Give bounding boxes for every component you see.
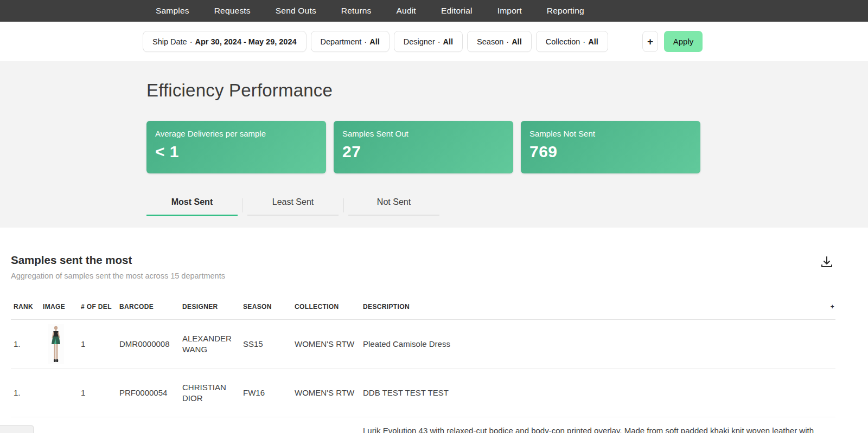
filter-actions: + Apply — [642, 31, 703, 52]
cell-barcode: DMR0000008 — [117, 339, 180, 350]
nav-item-reporting[interactable]: Reporting — [547, 6, 584, 16]
table-header-row: RANK IMAGE # OF DEL BARCODE DESIGNER SEA… — [11, 294, 835, 320]
stat-card-label: Average Deliveries per sample — [155, 129, 317, 138]
cell-designer: ALEXANDER WANG — [180, 333, 240, 355]
top-nav-links: Samples Requests Send Outs Returns Audit… — [156, 6, 584, 16]
stat-card-avg-deliveries: Average Deliveries per sample < 1 — [146, 121, 326, 173]
stat-card-samples-not-sent: Samples Not Sent 769 — [521, 121, 700, 173]
samples-table: RANK IMAGE # OF DEL BARCODE DESIGNER SEA… — [11, 294, 835, 433]
filter-chip-value: All — [443, 37, 454, 46]
cell-collection: WOMEN'S RTW — [292, 339, 360, 350]
filter-chip-label: Designer — [404, 37, 435, 46]
filter-chip-separator: · — [506, 37, 509, 46]
col-header-image: IMAGE — [40, 301, 78, 312]
cell-designer: CHRISTIAN DIOR — [180, 382, 240, 404]
add-column-button[interactable]: + — [814, 301, 835, 312]
stat-card-label: Samples Not Sent — [529, 129, 692, 138]
efficiency-performance-panel: Efficiency Performance Average Deliverie… — [0, 61, 868, 228]
sent-tabs: Most Sent Least Sent Not Sent — [146, 197, 868, 216]
filter-chip-collection[interactable]: Collection · All — [536, 31, 608, 52]
stat-card-value: 27 — [342, 143, 505, 161]
filter-chip-value: All — [512, 37, 522, 46]
stat-card-value: 769 — [529, 143, 692, 161]
cell-rank: 1. — [11, 387, 40, 398]
filter-chip-label: Ship Date — [152, 37, 187, 46]
stat-card-samples-sent-out: Samples Sent Out 27 — [334, 121, 513, 173]
filter-chip-ship-date[interactable]: Ship Date · Apr 30, 2024 - May 29, 2024 — [143, 31, 307, 52]
cell-deliveries: 1 — [78, 339, 117, 350]
filter-chip-value: All — [588, 37, 598, 46]
table-section-header: Samples sent the most Aggregation of sam… — [0, 254, 868, 280]
filter-chip-label: Collection — [546, 37, 580, 46]
nav-item-samples[interactable]: Samples — [156, 6, 189, 16]
cell-description: Pleated Camisole Dress — [360, 339, 814, 350]
col-header-collection: COLLECTION — [292, 301, 360, 312]
nav-item-editorial[interactable]: Editorial — [441, 6, 473, 16]
filter-chip-value: Apr 30, 2024 - May 29, 2024 — [195, 37, 297, 46]
tab-most-sent[interactable]: Most Sent — [146, 197, 238, 216]
stat-card-label: Samples Sent Out — [342, 129, 505, 138]
horizontal-scrollbar-thumb[interactable] — [0, 425, 34, 433]
cell-description: Lurik Evolution 43 with relaxed-cut bodi… — [360, 425, 814, 433]
cell-season: FW16 — [240, 387, 292, 398]
stat-card-value: < 1 — [155, 143, 317, 161]
filter-chip-separator: · — [583, 37, 585, 46]
page-title: Efficiency Performance — [146, 80, 868, 101]
filter-bar: Ship Date · Apr 30, 2024 - May 29, 2024 … — [0, 22, 868, 61]
filter-chip-value: All — [369, 37, 380, 46]
tab-least-sent[interactable]: Least Sent — [247, 197, 339, 216]
col-header-rank: RANK — [11, 301, 40, 312]
cell-barcode: PRF0000054 — [117, 387, 180, 398]
col-header-description: DESCRIPTION — [360, 301, 814, 312]
table-title: Samples sent the most — [11, 254, 857, 267]
filter-chip-designer[interactable]: Designer · All — [394, 31, 463, 52]
nav-item-returns[interactable]: Returns — [341, 6, 372, 16]
plus-icon: + — [647, 36, 653, 48]
cell-deliveries: 1 — [78, 387, 117, 398]
stat-cards: Average Deliveries per sample < 1 Sample… — [146, 121, 868, 173]
download-icon[interactable] — [820, 255, 834, 269]
tab-not-sent[interactable]: Not Sent — [348, 197, 439, 216]
table-row[interactable]: 1. 1 DMR0000008 ALEXANDER WAN — [11, 320, 835, 369]
filter-chips: Ship Date · Apr 30, 2024 - May 29, 2024 … — [143, 31, 608, 52]
col-header-designer: DESIGNER — [180, 301, 240, 312]
col-header-season: SEASON — [240, 301, 292, 312]
add-filter-button[interactable]: + — [642, 31, 658, 52]
filter-chip-department[interactable]: Department · All — [311, 31, 390, 52]
filter-chip-label: Department — [321, 37, 362, 46]
cell-collection: WOMEN'S RTW — [292, 387, 360, 398]
nav-item-requests[interactable]: Requests — [214, 6, 251, 16]
filter-chip-separator: · — [364, 37, 367, 46]
nav-item-import[interactable]: Import — [497, 6, 522, 16]
filter-chip-separator: · — [438, 37, 441, 46]
samples-table-section: Samples sent the most Aggregation of sam… — [0, 228, 868, 433]
table-row[interactable]: 1. Lurik Evolution 43 with relaxed-cut b… — [11, 417, 835, 433]
filter-chip-separator: · — [190, 37, 193, 46]
table-subtitle: Aggregation of samples sent the most acr… — [11, 272, 857, 280]
top-nav: Samples Requests Send Outs Returns Audit… — [0, 0, 868, 22]
cell-description: DDB TEST TEST TEST — [360, 387, 814, 398]
col-header-deliveries: # OF DEL — [78, 301, 117, 312]
cell-image[interactable] — [40, 324, 78, 364]
cell-rank: 1. — [11, 339, 40, 350]
nav-item-send-outs[interactable]: Send Outs — [276, 6, 316, 16]
cell-season: SS15 — [240, 339, 292, 350]
filter-chip-label: Season — [477, 37, 503, 46]
table-row[interactable]: 1. 1 PRF0000054 CHRISTIAN DIOR FW16 WOME… — [11, 369, 835, 417]
nav-item-audit[interactable]: Audit — [397, 6, 416, 16]
sample-photo — [48, 324, 64, 364]
col-header-barcode: BARCODE — [117, 301, 180, 312]
filter-chip-season[interactable]: Season · All — [467, 31, 532, 52]
apply-button[interactable]: Apply — [664, 31, 703, 52]
